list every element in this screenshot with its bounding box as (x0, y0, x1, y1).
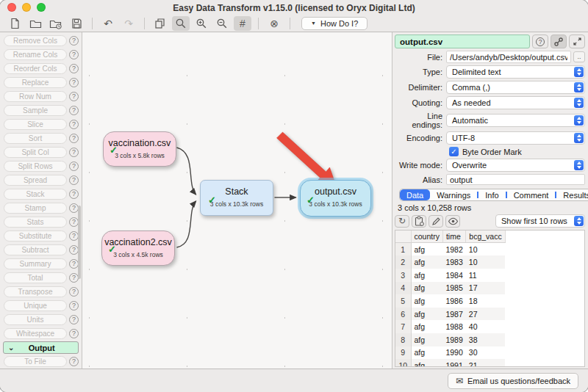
cell[interactable]: afg (411, 294, 442, 308)
cell[interactable]: 1989 (442, 333, 465, 346)
browse-file-button[interactable]: .. (573, 51, 585, 62)
sidebar-item-summary[interactable]: Summary (4, 258, 67, 269)
sidebar-item-sample[interactable]: Sample (4, 105, 67, 116)
tab-results[interactable]: Results (556, 189, 588, 200)
cell[interactable]: afg (411, 333, 442, 346)
zoom-in-button[interactable] (193, 16, 210, 31)
new-file-button[interactable] (6, 16, 24, 31)
col-header-time[interactable]: time (442, 231, 465, 243)
help-icon[interactable]: ? (69, 106, 79, 115)
undo-button[interactable]: ↶ (99, 16, 117, 31)
open-file-button[interactable] (26, 16, 44, 31)
node-name-input[interactable] (395, 35, 530, 48)
help-icon[interactable]: ? (69, 64, 79, 73)
cell[interactable]: 1986 (442, 294, 465, 308)
node-stack[interactable]: ✓ Stack 3 cols x 10.3k rows (200, 180, 273, 216)
cell[interactable]: 10 (466, 255, 505, 269)
delimiter-dropdown[interactable]: Comma (,) (446, 81, 585, 94)
alias-input[interactable] (446, 174, 585, 185)
cell[interactable]: 38 (466, 333, 505, 346)
sidebar-item-whitespace[interactable]: Whitespace (4, 328, 67, 339)
zoom-out-button[interactable] (213, 16, 231, 31)
sidebar-item-subtract[interactable]: Subtract (4, 244, 67, 255)
node-vaccination-csv[interactable]: ✓ vaccination.csv 3 cols x 5.8k rows (103, 131, 176, 167)
help-icon[interactable]: ? (69, 329, 79, 338)
sidebar-item-remove-cols[interactable]: Remove Cols (4, 35, 67, 46)
tab-warnings[interactable]: Warnings (430, 189, 477, 200)
cancel-button[interactable]: ⊗ (265, 16, 283, 31)
sidebar-item-rename-cols[interactable]: Rename Cols (4, 49, 67, 60)
node-vaccination2-csv[interactable]: ✓ vaccination2.csv 3 cols x 4.5k rows (101, 231, 175, 266)
sidebar-item-unique[interactable]: Unique (4, 300, 67, 311)
sidebar-item-to-file[interactable]: To File (4, 356, 67, 367)
write-mode-dropdown[interactable]: Overwrite (446, 159, 585, 172)
help-icon[interactable]: ? (69, 161, 79, 171)
search-button[interactable] (172, 16, 190, 31)
sidebar-scrollbar[interactable] (78, 206, 81, 279)
how-do-i-button[interactable]: ▼ How Do I? (301, 17, 368, 30)
edit-button[interactable] (429, 215, 443, 228)
cell[interactable]: 1987 (442, 308, 465, 321)
expand-button[interactable] (569, 35, 585, 48)
help-icon[interactable]: ? (69, 78, 79, 87)
sidebar-item-stack[interactable]: Stack (4, 189, 67, 200)
show-rows-dropdown[interactable]: Show first 10 rows (495, 214, 585, 228)
cell[interactable]: afg (411, 308, 442, 321)
copy-table-button[interactable] (412, 215, 426, 228)
col-header-bcg-vacc[interactable]: bcg_vacc (466, 231, 505, 243)
cell[interactable]: 17 (466, 282, 505, 295)
sidebar-section-output[interactable]: ⌄ Output (3, 341, 79, 354)
cell[interactable]: 11 (466, 269, 505, 282)
cell[interactable]: 10 (466, 243, 505, 256)
duplicate-button[interactable] (151, 16, 169, 31)
sidebar-item-reorder-cols[interactable]: Reorder Cols (4, 63, 67, 74)
sidebar-item-stamp[interactable]: Stamp (4, 203, 67, 214)
cell[interactable]: 1988 (442, 320, 465, 333)
quoting-dropdown[interactable]: As needed (446, 96, 585, 109)
cell[interactable]: afg (411, 243, 442, 256)
cell[interactable]: 1990 (442, 346, 465, 360)
sidebar-item-spread[interactable]: Spread (4, 175, 67, 186)
cell[interactable]: 21 (466, 359, 505, 367)
help-icon[interactable]: ? (69, 92, 79, 101)
tab-info[interactable]: Info (478, 189, 505, 200)
preview-button[interactable] (445, 215, 460, 228)
cell[interactable]: 1983 (442, 255, 465, 269)
sidebar-item-sort[interactable]: Sort (4, 133, 67, 144)
data-table[interactable]: country time bcg_vacc 1afg198210 2afg198… (395, 230, 585, 367)
sidebar-item-transpose[interactable]: Transpose (4, 286, 67, 297)
cell[interactable]: afg (411, 269, 442, 282)
cell[interactable]: afg (411, 346, 442, 360)
help-icon[interactable]: ? (69, 189, 79, 199)
col-header-country[interactable]: country (411, 231, 442, 243)
refresh-button[interactable]: ↻ (395, 215, 409, 228)
encoding-dropdown[interactable]: UTF-8 (446, 131, 585, 145)
byte-order-mark-checkbox[interactable]: ✓ (449, 147, 459, 156)
cell[interactable]: 1991 (442, 359, 465, 367)
help-icon[interactable]: ? (69, 134, 79, 143)
redo-button[interactable]: ↷ (120, 16, 137, 31)
tab-data[interactable]: Data (400, 189, 430, 200)
file-path-input[interactable] (446, 51, 571, 63)
open-recent-button[interactable] (47, 16, 65, 31)
type-dropdown[interactable]: Delimited text (446, 65, 585, 79)
toggle-grid-button[interactable]: # (234, 16, 251, 31)
sidebar-item-substitute[interactable]: Substitute (4, 231, 67, 242)
cell[interactable]: 18 (466, 294, 505, 308)
save-button[interactable] (68, 16, 85, 31)
sidebar-item-slice[interactable]: Slice (4, 119, 67, 130)
cell[interactable]: 1985 (442, 282, 465, 295)
sidebar-item-replace[interactable]: Replace (4, 77, 67, 88)
help-icon[interactable]: ? (69, 36, 79, 46)
help-icon[interactable]: ? (69, 315, 79, 324)
cell[interactable]: afg (411, 359, 442, 367)
sidebar-item-units[interactable]: Units (4, 314, 67, 325)
email-feedback-button[interactable]: ✉ Email us questions/feedback (448, 373, 578, 389)
help-icon[interactable]: ? (69, 287, 79, 297)
cell[interactable]: afg (411, 255, 442, 269)
cell[interactable]: 30 (466, 346, 505, 360)
cell[interactable]: afg (411, 282, 442, 295)
help-icon[interactable]: ? (69, 357, 79, 366)
help-icon[interactable]: ? (69, 175, 79, 185)
help-icon[interactable]: ? (69, 301, 79, 311)
